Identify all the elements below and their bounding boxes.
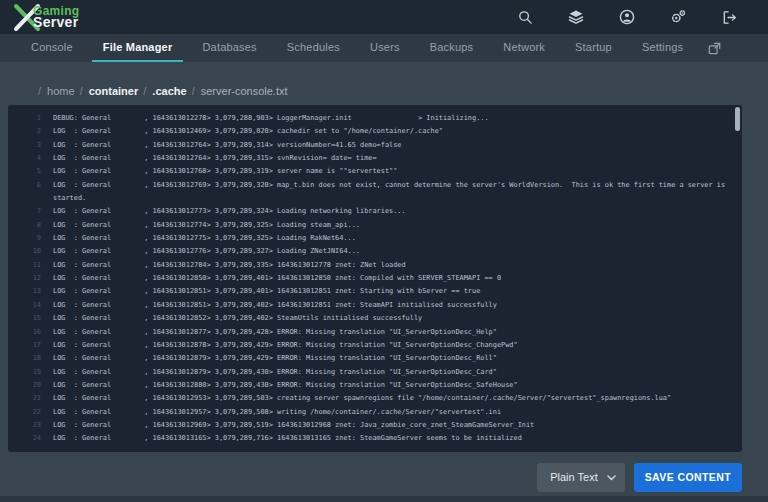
line-number: 1 [8, 112, 41, 125]
log-line: 16LOG : General , 1643613012877> 3,079,2… [8, 326, 742, 339]
nav-tab-label: Console [31, 41, 73, 53]
line-text: LOG : General , 1643613012764> 3,079,289… [41, 139, 742, 152]
logo-line2: Server [33, 17, 79, 28]
gears-icon[interactable] [665, 4, 691, 30]
nav-tab[interactable]: Settings [631, 34, 694, 62]
breadcrumb-item: /server-console.txt [192, 85, 288, 97]
log-line: 17LOG : General , 1643613012878> 3,079,2… [8, 339, 742, 352]
breadcrumb-item: /.cache [143, 85, 186, 97]
code-editor[interactable]: 1DEBUG: General , 1643613012278> 3,079,2… [8, 105, 742, 452]
breadcrumb-item: /container [80, 85, 139, 97]
logout-icon[interactable] [716, 4, 742, 30]
log-line: 1DEBUG: General , 1643613012278> 3,079,2… [8, 112, 742, 125]
log-line: 19LOG : General , 1643613012879> 3,079,2… [8, 366, 742, 379]
log-line: 21LOG : General , 1643613012953> 3,079,2… [8, 392, 742, 405]
log-line: 13LOG : General , 1643613012851> 3,079,2… [8, 285, 742, 298]
log-line: 24LOG : General , 1643613013165> 3,079,2… [8, 432, 742, 445]
log-line: 20LOG : General , 1643613012880> 3,079,2… [8, 379, 742, 392]
log-line: 11LOG : General , 1643613012784> 3,079,2… [8, 259, 742, 272]
breadcrumb-separator: / [192, 85, 195, 97]
line-number: 8 [8, 219, 41, 232]
breadcrumb-segment[interactable]: home [47, 85, 75, 97]
open-in-new-icon[interactable] [698, 34, 731, 62]
line-text: LOG : General , 1643613012774> 3,079,289… [41, 219, 742, 232]
log-line: 7LOG : General , 1643613012773> 3,079,28… [8, 205, 742, 218]
line-text: LOG : General , 1643613012953> 3,079,289… [41, 392, 742, 405]
line-number: 14 [8, 299, 41, 312]
log-line: 22LOG : General , 1643613012957> 3,079,2… [8, 406, 742, 419]
log-line: 10LOG : General , 1643613012776> 3,079,2… [8, 245, 742, 258]
line-text: LOG : General , 1643613012880> 3,079,289… [41, 379, 742, 392]
breadcrumb-segment[interactable]: .cache [152, 85, 186, 97]
line-number: 6 [8, 179, 41, 206]
language-select[interactable]: Plain Text [537, 463, 625, 492]
save-content-button[interactable]: SAVE CONTENT [634, 463, 742, 492]
log-line: 9LOG : General , 1643613012775> 3,079,28… [8, 232, 742, 245]
log-line: 4LOG : General , 1643613012764> 3,079,28… [8, 152, 742, 165]
editor-scrollbar-thumb[interactable] [735, 107, 740, 131]
line-text: LOG : General , 1643613012764> 3,079,289… [41, 152, 742, 165]
breadcrumb-item: /home [38, 85, 75, 97]
line-text: LOG : General , 1643613013165> 3,079,289… [41, 432, 742, 445]
footer-strip [0, 496, 768, 502]
line-text: LOG : General , 1643613012469> 3,079,289… [41, 125, 742, 138]
chevron-down-icon [607, 475, 616, 481]
nav-tab[interactable]: Databases [191, 34, 267, 62]
search-icon[interactable] [512, 4, 538, 30]
breadcrumb-segment[interactable]: server-console.txt [201, 85, 288, 97]
line-number: 5 [8, 165, 41, 178]
line-number: 3 [8, 139, 41, 152]
breadcrumb: /home /container /.cache /server-console… [38, 84, 768, 98]
breadcrumb-segment[interactable]: container [89, 85, 139, 97]
line-text: LOG : General , 1643613012773> 3,079,289… [41, 205, 742, 218]
nav-tab[interactable]: Backups [419, 34, 485, 62]
editor-lines: 1DEBUG: General , 1643613012278> 3,079,2… [8, 112, 742, 446]
nav-tab-label: Startup [575, 41, 612, 53]
log-line: 5LOG : General , 1643613012768> 3,079,28… [8, 165, 742, 178]
language-select-value: Plain Text [550, 471, 598, 483]
log-line: 12LOG : General , 1643613012850> 3,079,2… [8, 272, 742, 285]
nav-tab-label: Settings [642, 41, 683, 53]
log-line: 15LOG : General , 1643613012852> 3,079,2… [8, 312, 742, 325]
user-icon[interactable] [614, 4, 640, 30]
line-number: 13 [8, 285, 41, 298]
line-number: 11 [8, 259, 41, 272]
line-number: 12 [8, 272, 41, 285]
log-line: 23LOG : General , 1643613012969> 3,079,2… [8, 419, 742, 432]
line-text: LOG : General , 1643613012878> 3,079,289… [41, 339, 742, 352]
nav-tab[interactable]: Network [492, 34, 556, 62]
line-text: LOG : General , 1643613012879> 3,079,289… [41, 366, 742, 379]
line-text: LOG : General , 1643613012851> 3,079,289… [41, 299, 742, 312]
log-line: 6LOG : General , 1643613012769> 3,079,28… [8, 179, 742, 206]
breadcrumb-separator: / [143, 85, 146, 97]
line-number: 19 [8, 366, 41, 379]
line-number: 2 [8, 125, 41, 138]
nav-tab[interactable]: Startup [564, 34, 623, 62]
nav-tab[interactable]: Console [20, 34, 84, 62]
nav-tab-label: Users [370, 41, 400, 53]
line-text: LOG : General , 1643613012850> 3,079,289… [41, 272, 742, 285]
top-header: Gaming Server [0, 0, 768, 34]
line-text: LOG : General , 1643613012851> 3,079,289… [41, 285, 742, 298]
line-text: LOG : General , 1643613012957> 3,079,289… [41, 406, 742, 419]
nav-tab[interactable]: Users [359, 34, 411, 62]
line-number: 15 [8, 312, 41, 325]
log-line: 3LOG : General , 1643613012764> 3,079,28… [8, 139, 742, 152]
line-text: LOG : General , 1643613012969> 3,079,289… [41, 419, 742, 432]
line-number: 22 [8, 406, 41, 419]
nav-tab-label: Databases [202, 41, 256, 53]
nav-tab-label: File Manager [103, 41, 173, 53]
line-text: LOG : General , 1643613012879> 3,079,289… [41, 352, 742, 365]
line-text: LOG : General , 1643613012775> 3,079,289… [41, 232, 742, 245]
line-text: LOG : General , 1643613012852> 3,079,289… [41, 312, 742, 325]
line-number: 21 [8, 392, 41, 405]
line-number: 16 [8, 326, 41, 339]
layers-icon[interactable] [563, 4, 589, 30]
header-icons [512, 4, 742, 30]
app-logo[interactable]: Gaming Server [12, 2, 79, 32]
line-number: 24 [8, 432, 41, 445]
nav-tab[interactable]: File Manager [92, 34, 184, 62]
nav-tab[interactable]: Schedules [276, 34, 351, 62]
line-number: 20 [8, 379, 41, 392]
nav-tabs: Console File Manager Databases Schedules… [0, 34, 768, 62]
